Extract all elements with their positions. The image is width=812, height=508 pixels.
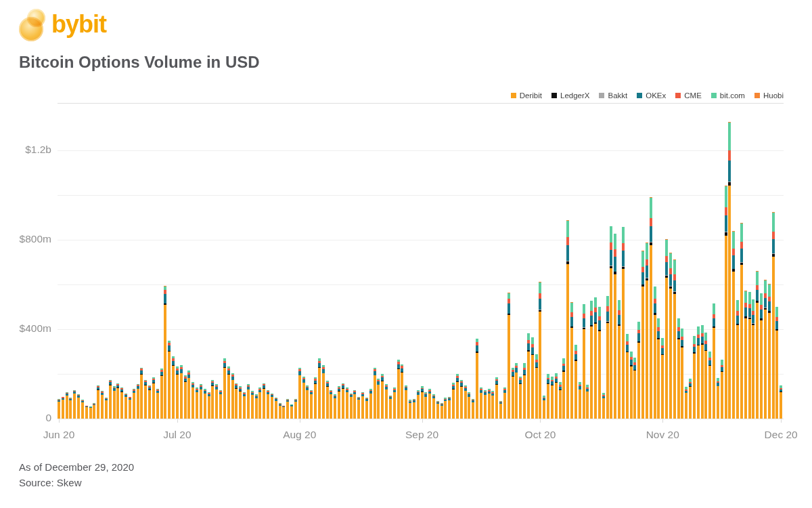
bar[interactable] [196, 387, 198, 419]
bar[interactable] [436, 401, 439, 419]
bar[interactable] [523, 363, 526, 419]
bar[interactable] [302, 377, 305, 419]
bar[interactable] [488, 389, 491, 419]
bar[interactable] [646, 242, 648, 419]
bar[interactable] [243, 392, 246, 419]
bar[interactable] [310, 390, 313, 419]
bar[interactable] [547, 374, 549, 419]
bar[interactable] [133, 389, 135, 419]
bar[interactable] [539, 282, 541, 419]
bar[interactable] [673, 259, 676, 419]
bar[interactable] [294, 399, 297, 419]
bar[interactable] [97, 385, 99, 419]
bar[interactable] [594, 297, 597, 419]
bar[interactable] [503, 387, 506, 419]
bar[interactable] [267, 390, 269, 419]
bar[interactable] [247, 384, 250, 419]
bar[interactable] [69, 398, 72, 419]
bar[interactable] [235, 383, 238, 419]
bar[interactable] [657, 318, 660, 419]
bar[interactable] [318, 358, 321, 419]
bar[interactable] [361, 392, 364, 419]
bar[interactable] [374, 368, 376, 419]
bar[interactable] [527, 333, 530, 419]
bar[interactable] [566, 220, 569, 419]
bar[interactable] [748, 292, 751, 419]
bar[interactable] [200, 384, 202, 419]
bar[interactable] [164, 286, 166, 419]
bar[interactable] [697, 326, 700, 419]
bar[interactable] [476, 339, 478, 419]
bar[interactable] [421, 386, 424, 419]
bar[interactable] [330, 390, 332, 419]
bar[interactable] [342, 383, 344, 419]
bar[interactable] [409, 400, 411, 419]
bar[interactable] [140, 368, 143, 419]
bar[interactable] [618, 300, 621, 419]
bar[interactable] [665, 239, 668, 419]
bar[interactable] [432, 394, 435, 419]
bar[interactable] [725, 186, 727, 419]
bar[interactable] [62, 397, 64, 419]
bar[interactable] [251, 391, 254, 419]
bar[interactable] [728, 122, 731, 419]
bar[interactable] [116, 383, 119, 419]
bar[interactable] [760, 293, 763, 419]
bar[interactable] [708, 352, 711, 419]
bar[interactable] [602, 393, 605, 419]
bar[interactable] [101, 391, 104, 419]
bar[interactable] [519, 377, 522, 419]
bar[interactable] [460, 380, 463, 419]
bar[interactable] [590, 301, 593, 419]
bar[interactable] [417, 390, 420, 419]
bar[interactable] [614, 234, 616, 419]
bar[interactable] [428, 389, 431, 419]
bar[interactable] [764, 280, 767, 419]
bar[interactable] [405, 385, 407, 419]
bar[interactable] [579, 382, 581, 419]
bar[interactable] [583, 304, 585, 419]
bar[interactable] [66, 392, 68, 419]
bar[interactable] [381, 374, 384, 419]
bar[interactable] [223, 358, 226, 419]
bar[interactable] [326, 381, 329, 419]
bar[interactable] [219, 390, 222, 419]
bar[interactable] [263, 383, 265, 419]
bar[interactable] [191, 382, 194, 419]
bar[interactable] [180, 365, 183, 419]
bar[interactable] [499, 401, 502, 419]
bar[interactable] [559, 382, 562, 419]
bar[interactable] [298, 368, 301, 419]
bar[interactable] [535, 354, 538, 419]
bar[interactable] [772, 212, 775, 419]
bar[interactable] [204, 389, 206, 419]
bar[interactable] [275, 398, 277, 419]
bar[interactable] [610, 226, 612, 419]
bar[interactable] [129, 397, 131, 419]
bar[interactable] [258, 387, 261, 419]
bar[interactable] [105, 398, 108, 419]
bar[interactable] [484, 390, 487, 419]
bar[interactable] [357, 397, 360, 419]
bar[interactable] [211, 380, 214, 419]
bar[interactable] [282, 406, 285, 419]
bar[interactable] [468, 392, 470, 419]
bar[interactable] [271, 394, 273, 419]
bar[interactable] [152, 377, 155, 419]
bar[interactable] [531, 337, 534, 419]
bar[interactable] [452, 383, 455, 419]
bar[interactable] [377, 379, 380, 419]
bar[interactable] [125, 394, 127, 419]
bar[interactable] [338, 386, 340, 419]
bar[interactable] [740, 223, 743, 419]
bar[interactable] [768, 284, 771, 419]
bar[interactable] [441, 403, 443, 419]
bar[interactable] [290, 404, 293, 419]
bar[interactable] [491, 391, 494, 419]
bar[interactable] [464, 385, 467, 419]
bar[interactable] [208, 392, 210, 419]
bar[interactable] [562, 358, 565, 419]
bar[interactable] [279, 403, 281, 419]
bar[interactable] [681, 329, 683, 419]
bar[interactable] [661, 338, 664, 419]
